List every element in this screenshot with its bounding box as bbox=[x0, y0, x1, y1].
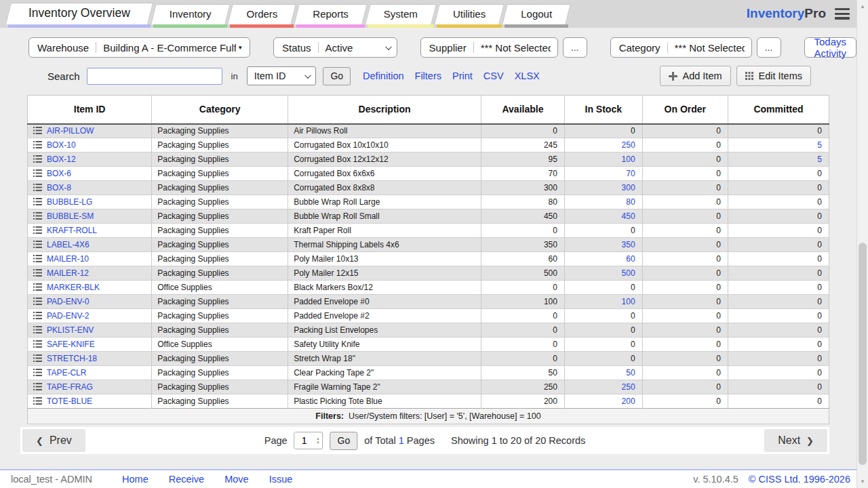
item-id-link[interactable]: PKLIST-ENV bbox=[47, 325, 94, 335]
vertical-scrollbar[interactable]: ▲ ▼ bbox=[856, 0, 868, 488]
item-menu-icon[interactable] bbox=[33, 269, 42, 279]
item-menu-icon[interactable] bbox=[33, 369, 42, 378]
link-home[interactable]: Home bbox=[122, 474, 149, 485]
item-committed[interactable]: 5 bbox=[728, 152, 829, 167]
tab-utilities[interactable]: Utilities bbox=[437, 3, 502, 28]
item-id-link[interactable]: BOX-6 bbox=[47, 169, 71, 178]
tab-reports[interactable]: Reports bbox=[296, 3, 365, 28]
item-in-stock[interactable]: 350 bbox=[564, 238, 642, 252]
page-number-input[interactable] bbox=[295, 432, 314, 449]
link-issue[interactable]: Issue bbox=[269, 474, 293, 485]
col-header-description[interactable]: Description bbox=[288, 96, 481, 124]
item-in-stock[interactable]: 200 bbox=[564, 394, 642, 409]
item-id-link[interactable]: TAPE-FRAG bbox=[47, 382, 93, 392]
item-id-link[interactable]: KRAFT-ROLL bbox=[47, 226, 97, 235]
link-xlsx[interactable]: XLSX bbox=[515, 70, 540, 81]
search-field-select[interactable]: Item ID bbox=[247, 66, 317, 85]
item-in-stock[interactable]: 250 bbox=[564, 380, 642, 394]
category-browse-button[interactable]: ... bbox=[757, 37, 781, 58]
item-menu-icon[interactable] bbox=[33, 383, 42, 392]
col-header-category[interactable]: Category bbox=[152, 96, 288, 124]
item-menu-icon[interactable] bbox=[33, 312, 42, 321]
item-id-link[interactable]: LABEL-4X6 bbox=[47, 240, 90, 249]
item-menu-icon[interactable] bbox=[33, 141, 42, 150]
hamburger-menu-icon[interactable] bbox=[835, 8, 850, 20]
tab-inventory-overview[interactable]: Inventory Overview bbox=[8, 2, 151, 28]
scroll-down-arrow-icon[interactable]: ▼ bbox=[857, 476, 868, 487]
item-in-stock[interactable]: 80 bbox=[564, 195, 642, 209]
item-in-stock[interactable]: 60 bbox=[564, 252, 642, 266]
item-menu-icon[interactable] bbox=[33, 241, 42, 250]
supplier-filter[interactable]: Supplier *** Not Selected bbox=[420, 37, 558, 58]
link-filters[interactable]: Filters bbox=[415, 70, 441, 81]
scroll-up-arrow-icon[interactable]: ▲ bbox=[857, 1, 868, 12]
search-input[interactable] bbox=[87, 68, 222, 85]
item-menu-icon[interactable] bbox=[33, 226, 42, 236]
item-id-link[interactable]: PAD-ENV-0 bbox=[47, 297, 89, 306]
item-menu-icon[interactable] bbox=[33, 198, 42, 207]
item-id-link[interactable]: TOTE-BLUE bbox=[47, 396, 92, 406]
item-in-stock[interactable]: 300 bbox=[564, 181, 642, 195]
item-menu-icon[interactable] bbox=[33, 169, 42, 179]
item-menu-icon[interactable] bbox=[33, 127, 42, 136]
item-in-stock[interactable]: 500 bbox=[564, 266, 642, 281]
page-go-button[interactable]: Go bbox=[330, 432, 358, 450]
item-menu-icon[interactable] bbox=[33, 255, 42, 264]
item-menu-icon[interactable] bbox=[33, 340, 42, 350]
item-in-stock[interactable]: 50 bbox=[564, 366, 642, 380]
link-definition[interactable]: Definition bbox=[363, 70, 403, 81]
item-menu-icon[interactable] bbox=[33, 155, 42, 165]
tab-system[interactable]: System bbox=[368, 3, 434, 28]
col-header-available[interactable]: Available bbox=[481, 96, 565, 124]
item-id-link[interactable]: BUBBLE-SM bbox=[47, 211, 94, 221]
item-menu-icon[interactable] bbox=[33, 298, 42, 307]
item-id-link[interactable]: AIR-PILLOW bbox=[47, 126, 94, 136]
item-id-link[interactable]: TAPE-CLR bbox=[47, 368, 86, 378]
tab-orders[interactable]: Orders bbox=[230, 3, 294, 28]
item-id-link[interactable]: SAFE-KNIFE bbox=[47, 340, 95, 349]
link-move[interactable]: Move bbox=[224, 474, 248, 485]
item-id-link[interactable]: MARKER-BLK bbox=[47, 283, 100, 292]
todays-activity-button[interactable]: Todays Activity bbox=[804, 37, 857, 58]
item-in-stock[interactable]: 100 bbox=[564, 152, 642, 167]
col-header-item-id[interactable]: Item ID bbox=[28, 96, 152, 124]
item-id-link[interactable]: BOX-12 bbox=[47, 155, 76, 164]
next-page-button[interactable]: Next ❯ bbox=[764, 429, 827, 452]
item-id-link[interactable]: BOX-10 bbox=[47, 140, 76, 150]
supplier-browse-button[interactable]: ... bbox=[563, 37, 587, 58]
tab-inventory[interactable]: Inventory bbox=[153, 3, 228, 28]
category-filter[interactable]: Category *** Not Selected bbox=[610, 37, 752, 58]
item-menu-icon[interactable] bbox=[33, 354, 42, 364]
tab-logout[interactable]: Logout bbox=[505, 3, 568, 28]
item-id-link[interactable]: PAD-ENV-2 bbox=[47, 311, 89, 321]
scrollbar-thumb[interactable] bbox=[859, 243, 867, 465]
status-filter[interactable]: Status Active bbox=[273, 37, 397, 58]
edit-items-button[interactable]: Edit Items bbox=[736, 66, 811, 86]
link-receive[interactable]: Receive bbox=[169, 474, 204, 485]
item-id-link[interactable]: BOX-8 bbox=[47, 183, 71, 192]
col-header-in-stock[interactable]: In Stock bbox=[564, 96, 642, 124]
item-id-link[interactable]: BUBBLE-LG bbox=[47, 197, 92, 207]
item-in-stock[interactable]: 250 bbox=[564, 138, 642, 152]
item-menu-icon[interactable] bbox=[33, 184, 42, 193]
link-csv[interactable]: CSV bbox=[484, 70, 504, 81]
stepper-arrows-icon[interactable]: ▲▼ bbox=[314, 432, 323, 449]
col-header-on-order[interactable]: On Order bbox=[642, 96, 728, 124]
copyright-link[interactable]: © CISS Ltd. 1996-2026 bbox=[749, 474, 850, 485]
item-menu-icon[interactable] bbox=[33, 326, 42, 336]
item-menu-icon[interactable] bbox=[33, 212, 42, 222]
col-header-committed[interactable]: Committed bbox=[728, 96, 829, 124]
item-committed[interactable]: 5 bbox=[728, 138, 829, 152]
link-print[interactable]: Print bbox=[452, 70, 473, 81]
search-go-button[interactable]: Go bbox=[323, 67, 351, 85]
item-menu-icon[interactable] bbox=[33, 283, 42, 293]
item-in-stock[interactable]: 100 bbox=[564, 295, 642, 309]
item-menu-icon[interactable] bbox=[33, 397, 42, 407]
item-id-link[interactable]: MAILER-12 bbox=[47, 268, 89, 278]
item-in-stock[interactable]: 70 bbox=[564, 167, 642, 181]
item-in-stock[interactable]: 450 bbox=[564, 209, 642, 224]
item-id-link[interactable]: MAILER-10 bbox=[47, 254, 89, 264]
item-id-link[interactable]: STRETCH-18 bbox=[47, 354, 97, 363]
add-item-button[interactable]: Add Item bbox=[660, 66, 731, 86]
warehouse-filter[interactable]: Warehouse Building A - E-Commerce Fulfil… bbox=[28, 37, 250, 58]
